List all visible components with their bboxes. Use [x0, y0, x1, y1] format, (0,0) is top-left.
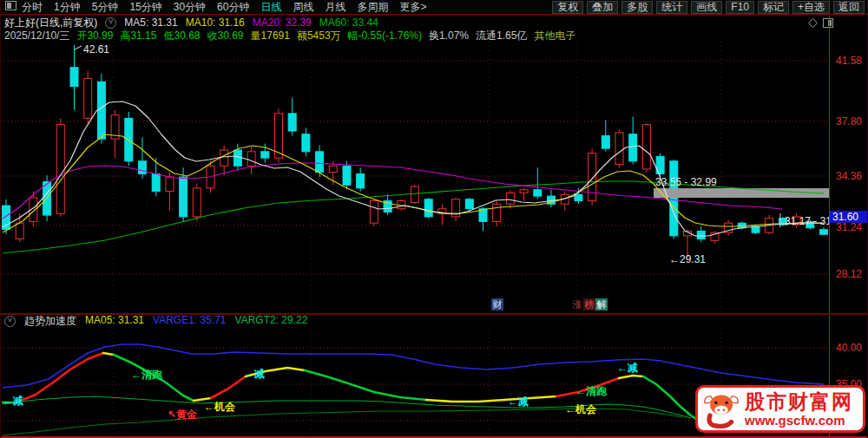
candle: [452, 198, 460, 221]
tab-monthly[interactable]: 月线: [325, 0, 345, 14]
quote-field: 2025/12/10/三: [4, 29, 69, 41]
candle: [548, 190, 556, 207]
tab-30min[interactable]: 30分钟: [174, 0, 206, 14]
indicator-value: VARGE1: 35.71: [153, 314, 227, 329]
price-axis-label: 41.58: [836, 55, 868, 67]
candle: [602, 120, 609, 152]
bull-logo-icon: [701, 388, 741, 431]
signal-label: ←清跑: [575, 385, 608, 397]
candle: [275, 108, 283, 162]
quote-field: 低30.68: [163, 29, 200, 41]
window-icon[interactable]: [5, 1, 16, 13]
draw-line-button[interactable]: 画线: [691, 1, 722, 14]
quote-field: 收30.69: [207, 29, 244, 41]
quote-field: 流通1.65亿: [476, 29, 527, 41]
indicator-value: VARGT2: 29.22: [235, 314, 308, 329]
adjust-rights-button[interactable]: 复权: [552, 1, 583, 14]
quote-info-row: 2025/12/10/三开30.99高31.15低30.68收30.69量176…: [4, 29, 575, 41]
tab-timeshare[interactable]: 分时: [22, 0, 43, 14]
candle: [70, 45, 78, 110]
candle: [343, 161, 351, 190]
indicator-value: MA05: 31.31: [85, 314, 144, 329]
tab-more[interactable]: 更多>: [399, 0, 426, 14]
info-mine-badge-finance[interactable]: 财: [491, 298, 503, 311]
chart-title-row: 好上好(日线,前复权) ˅ MA5: 31.31MA10: 31.16MA20:…: [4, 16, 378, 29]
candle: [438, 204, 446, 225]
site-url: www.gscfw.com: [745, 414, 853, 427]
indicator-axis-label: 40.00: [836, 342, 868, 354]
signal-label: ←减: [244, 368, 265, 380]
low-annotation: ←29.31: [669, 253, 706, 265]
candle: [642, 123, 650, 173]
candle: [424, 198, 432, 219]
candle: [220, 145, 228, 175]
last-price-tag: 31.60: [830, 211, 868, 223]
candle: [534, 167, 542, 199]
statistics-button[interactable]: 统计: [656, 1, 687, 14]
indicator-value: 趋势加速度: [24, 314, 76, 329]
candle: [384, 194, 391, 215]
signal-label: ←减: [508, 396, 529, 408]
badge-char: 涨: [571, 298, 583, 311]
signal-label: ←清跑: [131, 369, 163, 381]
candle: [493, 201, 501, 226]
period-toolbar: 分时1分钟5分钟15分钟30分钟60分钟日线周线月线多周期更多> 复权叠加多股统…: [1, 0, 867, 15]
quote-field: 开30.99: [76, 29, 113, 41]
candle: [111, 110, 119, 158]
signal-label: ←机会: [565, 403, 597, 415]
price-axis-label: 31.24: [836, 221, 868, 233]
quote-field: 换1.07%: [429, 29, 469, 41]
tab-daily[interactable]: 日线: [260, 0, 281, 14]
toolbar-actions: 复权叠加多股统计画线F10标记+自选返回: [552, 1, 867, 14]
quote-field: 其他电子: [534, 29, 575, 41]
tab-1min[interactable]: 1分钟: [54, 0, 81, 14]
app-window: 分时1分钟5分钟15分钟30分钟60分钟日线周线月线多周期更多> 复权叠加多股统…: [0, 0, 868, 438]
tab-60min[interactable]: 60分钟: [217, 0, 249, 14]
add-watchlist-button[interactable]: +自选: [792, 1, 830, 14]
chevron-down-icon[interactable]: ˅: [105, 17, 116, 29]
high-annotation: 42.61: [83, 43, 109, 56]
candle: [820, 227, 828, 235]
layout-icon[interactable]: [823, 18, 833, 30]
tab-weekly[interactable]: 周线: [293, 0, 313, 14]
candle: [411, 185, 419, 204]
candle: [56, 118, 64, 217]
signal-label: ←减: [617, 362, 638, 374]
candle: [193, 183, 201, 221]
candle: [589, 148, 596, 206]
signal-label: ↖黄金: [168, 409, 197, 421]
f10-button[interactable]: F10: [726, 1, 754, 14]
ma-value: MA5: 31.31: [124, 16, 177, 29]
quote-field: 额5453万: [297, 29, 341, 41]
mark-button[interactable]: 标记: [758, 1, 789, 14]
candle: [697, 226, 705, 242]
diamond-icon[interactable]: [808, 18, 818, 30]
candle: [615, 129, 623, 167]
trend-line-segment: [619, 376, 643, 378]
tab-15min[interactable]: 15分钟: [129, 0, 161, 14]
high-arrow: [75, 46, 82, 49]
candle: [97, 74, 105, 144]
chevron-down-icon[interactable]: ˅: [4, 316, 16, 327]
overlay-button[interactable]: 叠加: [587, 1, 618, 14]
main-chart[interactable]: 42.6133.55 - 32.9931.17 - 31←29.31: [1, 41, 830, 313]
price-annotation: 31.17 - 31: [785, 215, 830, 227]
multi-stock-button[interactable]: 多股: [621, 1, 653, 14]
trend-line-segment: [211, 376, 246, 398]
period-tabs: 分时1分钟5分钟15分钟30分钟60分钟日线周线月线多周期更多>: [22, 0, 426, 14]
candle: [370, 199, 378, 226]
candle: [656, 154, 664, 176]
tab-multiperiod[interactable]: 多周期: [357, 0, 388, 14]
ma-value: MA60: 33.44: [319, 16, 378, 29]
band-annotation: 33.55 - 32.99: [655, 176, 717, 188]
back-button[interactable]: 返回: [833, 1, 865, 14]
signal-label: ←减: [3, 395, 23, 407]
candle: [84, 70, 92, 124]
candle: [166, 173, 174, 211]
price-axis-label: 34.36: [836, 170, 868, 182]
info-mine-badge-limitup[interactable]: 涨榜解: [571, 298, 608, 311]
trend-line-segment: [305, 370, 426, 400]
tab-5min[interactable]: 5分钟: [92, 0, 119, 14]
upper-band-line: [3, 344, 824, 388]
ma-value: MA20: 32.39: [253, 16, 312, 29]
